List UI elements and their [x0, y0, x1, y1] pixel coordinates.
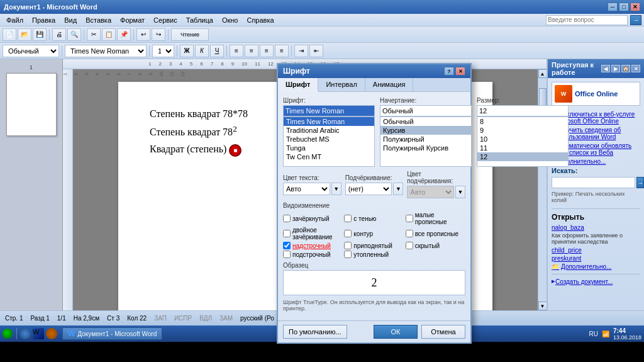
font-select[interactable]: Times New Roman	[65, 45, 147, 57]
panel-fwd-btn[interactable]: ▶	[611, 65, 620, 72]
create-doc-link[interactable]: Создать документ...	[552, 278, 640, 285]
subscript-checkbox[interactable]	[283, 251, 291, 258]
open-btn[interactable]: 📂	[18, 28, 31, 41]
help-search-input[interactable]	[546, 15, 628, 25]
menu-window[interactable]: Окно	[218, 15, 242, 25]
cut-btn[interactable]: ✂	[87, 28, 101, 41]
tab-animation[interactable]: Анимация	[365, 78, 414, 91]
tab-spacing[interactable]: Интервал	[318, 78, 365, 91]
maximize-btn[interactable]: □	[619, 3, 629, 11]
style-item-italic[interactable]: Курсив	[380, 126, 471, 135]
indent-btn[interactable]: ⇥	[294, 45, 308, 57]
taskbar-icon-word[interactable]: W	[33, 328, 44, 339]
redo-btn[interactable]: ↪	[152, 28, 165, 41]
size-input[interactable]	[477, 105, 569, 116]
strikethrough-checkbox[interactable]	[283, 215, 291, 222]
tab-font[interactable]: Шрифт	[278, 78, 318, 92]
menu-tools[interactable]: Сервис	[150, 15, 181, 25]
minimize-btn[interactable]: ─	[608, 3, 618, 11]
size-select[interactable]: 12	[152, 45, 174, 57]
color-dropdown-btn[interactable]: ▼	[331, 183, 341, 195]
paste-btn[interactable]: 📌	[117, 28, 131, 41]
size-item-12[interactable]: 12	[477, 152, 568, 161]
copy-btn[interactable]: 📋	[102, 28, 116, 41]
page-thumbnail[interactable]	[6, 73, 57, 136]
underline-color-dropdown-btn[interactable]: ▼	[455, 186, 465, 198]
font-item-tunga[interactable]: Tunga	[284, 144, 374, 152]
size-item-8[interactable]: 8	[477, 117, 568, 126]
menu-format[interactable]: Формат	[116, 15, 148, 25]
menu-view[interactable]: Вид	[60, 15, 80, 25]
text-color-select[interactable]: Авто	[283, 183, 330, 195]
style-select[interactable]: Обычный	[3, 45, 59, 57]
scroll-down-arrow[interactable]: ▼	[538, 302, 547, 310]
superscript-checkbox[interactable]	[283, 242, 291, 249]
font-list[interactable]: Times New Roman Traditional Arabic Trebu…	[283, 116, 375, 167]
style-input[interactable]	[380, 105, 472, 116]
size-item-9[interactable]: 9	[477, 126, 568, 135]
align-justify-btn[interactable]: ≡	[275, 45, 289, 57]
start-orb[interactable]	[3, 329, 13, 339]
font-item-traditional[interactable]: Traditional Arabic	[284, 126, 374, 135]
close-btn[interactable]: ✕	[630, 3, 640, 11]
embossed-checkbox[interactable]	[344, 242, 352, 249]
undo-btn[interactable]: ↩	[136, 28, 150, 41]
dialog-help-btn[interactable]: ?	[444, 67, 454, 76]
scroll-up-arrow[interactable]: ▲	[538, 69, 547, 78]
menu-insert[interactable]: Вставка	[82, 15, 115, 25]
style-item-bold[interactable]: Полужирный	[380, 135, 471, 144]
small-caps-checkbox[interactable]	[406, 215, 413, 222]
menu-edit[interactable]: Правка	[28, 15, 59, 25]
preview-btn[interactable]: 🔍	[67, 28, 81, 41]
ok-btn[interactable]: ОК	[374, 325, 418, 339]
align-left-btn[interactable]: ≡	[230, 45, 243, 57]
shadow-checkbox[interactable]	[344, 215, 352, 222]
save-btn[interactable]: 💾	[33, 28, 47, 41]
reading-btn[interactable]: Чтение	[171, 28, 209, 41]
font-item-timesnewroman[interactable]: Times New Roman	[284, 117, 374, 126]
font-item-twcen[interactable]: Tw Cen MT	[284, 152, 374, 161]
taskbar-icon-ie[interactable]	[19, 328, 31, 339]
underline-btn[interactable]: Ч	[210, 45, 224, 57]
bold-btn[interactable]: Ж	[180, 45, 194, 57]
menu-help[interactable]: Справка	[243, 15, 277, 25]
underline-select[interactable]: (нет)	[345, 183, 392, 195]
dialog-close-btn[interactable]: ✕	[455, 67, 465, 76]
align-right-btn[interactable]: ≡	[260, 45, 274, 57]
font-item-trebuchet[interactable]: Trebuchet MS	[284, 135, 374, 144]
file-link-nalog[interactable]: nalog_baza	[552, 224, 640, 231]
outdent-btn[interactable]: ⇤	[309, 45, 323, 57]
taskbar-word-btn[interactable]: W Документ1 - Microsoft Word	[62, 327, 162, 340]
folder-more-link[interactable]: 📁 Дополнительно...	[552, 263, 640, 270]
file-link-child[interactable]: child_price	[552, 247, 640, 254]
panel-home-btn[interactable]: 🏠	[621, 65, 630, 72]
style-list[interactable]: Обычный Курсив Полужирный Полужирный Кур…	[380, 116, 472, 167]
engraved-checkbox[interactable]	[344, 251, 352, 258]
file-link-preskurant[interactable]: preskurant	[552, 255, 640, 262]
panel-search-input[interactable]	[552, 177, 635, 188]
panel-search-btn[interactable]: →	[636, 177, 644, 188]
outline-checkbox[interactable]	[344, 230, 352, 237]
taskbar-icon-firefox[interactable]	[46, 328, 57, 339]
font-input[interactable]	[283, 105, 375, 116]
size-item-11[interactable]: 11	[477, 144, 568, 152]
menu-file[interactable]: Файл	[3, 15, 27, 25]
style-item-normal[interactable]: Обычный	[380, 117, 471, 126]
underline-dropdown-btn[interactable]: ▼	[393, 183, 403, 195]
double-strikethrough-checkbox[interactable]	[283, 230, 291, 237]
italic-btn[interactable]: К	[195, 45, 209, 57]
menu-table[interactable]: Таблица	[182, 15, 217, 25]
cancel-btn[interactable]: Отмена	[421, 325, 465, 339]
panel-close-btn[interactable]: ✕	[631, 65, 640, 72]
all-caps-checkbox[interactable]	[406, 230, 413, 237]
hidden-checkbox[interactable]	[406, 242, 413, 249]
style-item-bold-italic[interactable]: Полужирный Курсив	[380, 144, 471, 152]
size-list[interactable]: 8 9 10 11 12	[477, 116, 569, 167]
new-btn[interactable]: 📄	[3, 28, 16, 41]
panel-back-btn[interactable]: ◀	[601, 65, 610, 72]
print-btn[interactable]: 🖨	[52, 28, 66, 41]
underline-color-select[interactable]: Авто	[407, 186, 454, 198]
default-btn[interactable]: По умолчанию...	[283, 325, 347, 339]
align-center-btn[interactable]: ≡	[245, 45, 258, 57]
size-item-10[interactable]: 10	[477, 135, 568, 144]
